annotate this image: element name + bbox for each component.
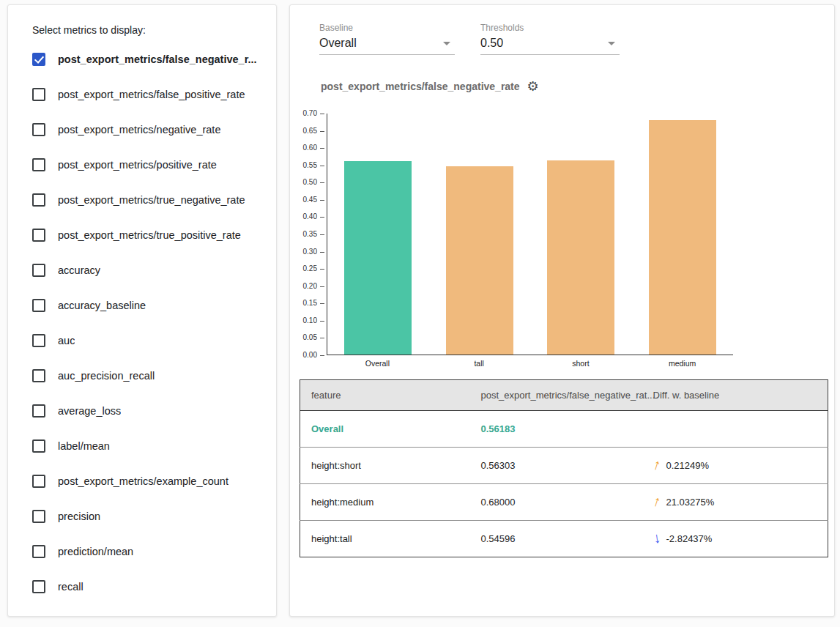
metric-label: auc — [58, 335, 75, 346]
metric-label: post_export_metrics/true_positive_rate — [58, 229, 241, 241]
metric-label: accuracy_baseline — [58, 300, 146, 311]
metric-item[interactable]: post_export_metrics/example_count — [32, 464, 263, 499]
chart-header: post_export_metrics/false_negative_rate … — [321, 80, 834, 93]
metric-item[interactable]: post_export_metrics/true_negative_rate — [32, 182, 263, 218]
metrics-table-body: Overall0.56183height:short0.56303↑0.2124… — [300, 411, 828, 557]
header-feature: feature — [300, 380, 470, 411]
checkbox-unchecked-icon[interactable] — [32, 193, 45, 207]
metric-item[interactable]: precision — [32, 499, 263, 534]
checkbox-unchecked-icon[interactable] — [32, 299, 45, 312]
y-axis-tick-label: 0.25 — [290, 265, 327, 272]
checkbox-unchecked-icon[interactable] — [32, 229, 45, 242]
metric-item[interactable]: auc — [32, 323, 263, 358]
metric-item[interactable]: post_export_metrics/false_negative_r... — [32, 42, 263, 77]
metric-item[interactable]: post_export_metrics/true_positive_rate — [32, 218, 263, 253]
chevron-down-icon[interactable] — [608, 42, 615, 45]
y-axis-tick-label: 0.35 — [290, 231, 327, 238]
checkbox-unchecked-icon[interactable] — [32, 369, 45, 382]
metric-label: label/mean — [58, 440, 110, 452]
baseline-select[interactable]: Baseline Overall — [319, 23, 455, 55]
metric-label: precision — [58, 511, 100, 522]
table-header-row: feature post_export_metrics/false_negati… — [300, 380, 828, 411]
metric-item[interactable]: accuracy_baseline — [32, 288, 263, 323]
metric-label: post_export_metrics/example_count — [58, 475, 228, 487]
y-axis-tick-label: 0.50 — [290, 179, 327, 186]
bar-medium[interactable] — [649, 120, 716, 355]
up-arrow-icon: ↑ — [650, 456, 663, 474]
metric-item[interactable]: post_export_metrics/negative_rate — [32, 112, 263, 147]
metric-item[interactable]: recall — [32, 569, 263, 604]
metric-item[interactable]: average_loss — [32, 393, 263, 428]
checkbox-unchecked-icon[interactable] — [32, 264, 45, 277]
bar-short[interactable] — [547, 160, 614, 355]
baseline-value-row[interactable]: Overall — [319, 35, 455, 55]
checkbox-unchecked-icon[interactable] — [32, 510, 45, 523]
value-cell: 0.68000 — [470, 484, 642, 521]
metric-item[interactable]: post_export_metrics/positive_rate — [32, 147, 263, 182]
checkbox-unchecked-icon[interactable] — [32, 123, 45, 136]
x-axis-label: medium — [631, 359, 733, 368]
checkbox-checked-icon[interactable] — [32, 53, 45, 66]
y-axis-tick-label: 0.45 — [290, 196, 327, 204]
checkbox-unchecked-icon[interactable] — [32, 88, 45, 101]
table-row[interactable]: height:medium0.68000↑21.03275% — [300, 484, 828, 521]
diff-cell — [642, 411, 828, 448]
diff-value: 0.21249% — [666, 460, 710, 471]
gear-icon[interactable]: ⚙ — [527, 80, 539, 93]
bar-overall[interactable] — [344, 161, 412, 355]
results-panel: Baseline Overall Thresholds 0.50 post_ex… — [289, 4, 835, 617]
checkbox-unchecked-icon[interactable] — [32, 545, 45, 558]
diff-cell: ↑21.03275% — [642, 484, 828, 521]
baseline-label: Baseline — [319, 23, 455, 33]
header-diff: Diff. w. baseline — [642, 380, 828, 411]
y-axis-tick-label: 0.70 — [290, 110, 327, 117]
y-axis-tick-label: 0.15 — [290, 300, 327, 307]
metrics-selector-title: Select metrics to display: — [32, 24, 263, 36]
y-axis-tick-label: 0.55 — [290, 162, 327, 169]
metric-label: post_export_metrics/false_negative_r... — [58, 53, 257, 65]
metric-item[interactable]: auc_precision_recall — [32, 358, 263, 393]
y-axis-tick-label: 0.40 — [290, 213, 327, 220]
metrics-selector-panel: Select metrics to display: post_export_m… — [7, 4, 277, 617]
checkbox-unchecked-icon[interactable] — [32, 158, 45, 171]
diff-value: -2.82437% — [666, 533, 713, 544]
feature-cell: height:medium — [300, 484, 470, 521]
y-axis-tick-label: 0.60 — [290, 144, 327, 152]
table-row[interactable]: Overall0.56183 — [300, 411, 828, 448]
table-row[interactable]: height:short0.56303↑0.21249% — [300, 448, 828, 484]
y-axis-tick-label: 0.65 — [290, 127, 327, 135]
up-arrow-icon: ↑ — [650, 492, 663, 511]
metric-item[interactable]: label/mean — [32, 428, 263, 464]
bar-slot — [530, 114, 632, 355]
checkbox-unchecked-icon[interactable] — [32, 404, 45, 418]
x-axis-label: Overall — [327, 359, 428, 368]
diff-cell: ↓-2.82437% — [642, 521, 828, 557]
metrics-list: post_export_metrics/false_negative_r...p… — [32, 42, 263, 604]
metric-item[interactable]: prediction/mean — [32, 534, 263, 569]
fairness-indicators-app: Select metrics to display: post_export_m… — [0, 0, 840, 627]
y-axis-tick-label: 0.05 — [290, 334, 327, 341]
y-axis-tick-label: 0.00 — [290, 352, 327, 359]
metric-label: auc_precision_recall — [58, 370, 155, 382]
metric-label: prediction/mean — [58, 546, 133, 557]
plot-area — [327, 114, 733, 355]
bar-chart: 0.000.050.100.150.200.250.300.350.400.45… — [290, 114, 834, 355]
x-axis-labels: Overalltallshortmedium — [327, 359, 733, 368]
metric-item[interactable]: accuracy — [32, 253, 263, 288]
thresholds-label: Thresholds — [480, 23, 620, 33]
diff-value: 21.03275% — [666, 497, 715, 508]
thresholds-select[interactable]: Thresholds 0.50 — [480, 23, 620, 55]
checkbox-unchecked-icon[interactable] — [32, 439, 45, 453]
metric-item[interactable]: post_export_metrics/false_positive_rate — [32, 77, 263, 112]
checkbox-unchecked-icon[interactable] — [32, 334, 45, 347]
thresholds-value-row[interactable]: 0.50 — [480, 35, 620, 55]
checkbox-unchecked-icon[interactable] — [32, 475, 45, 488]
bar-tall[interactable] — [446, 166, 513, 355]
table-row[interactable]: height:tall0.54596↓-2.82437% — [300, 521, 828, 557]
thresholds-value: 0.50 — [480, 37, 503, 50]
bar-slot — [327, 114, 429, 355]
chevron-down-icon[interactable] — [443, 42, 450, 45]
y-axis-tick-label: 0.10 — [290, 317, 327, 324]
feature-cell: height:short — [300, 448, 470, 484]
checkbox-unchecked-icon[interactable] — [32, 580, 45, 593]
